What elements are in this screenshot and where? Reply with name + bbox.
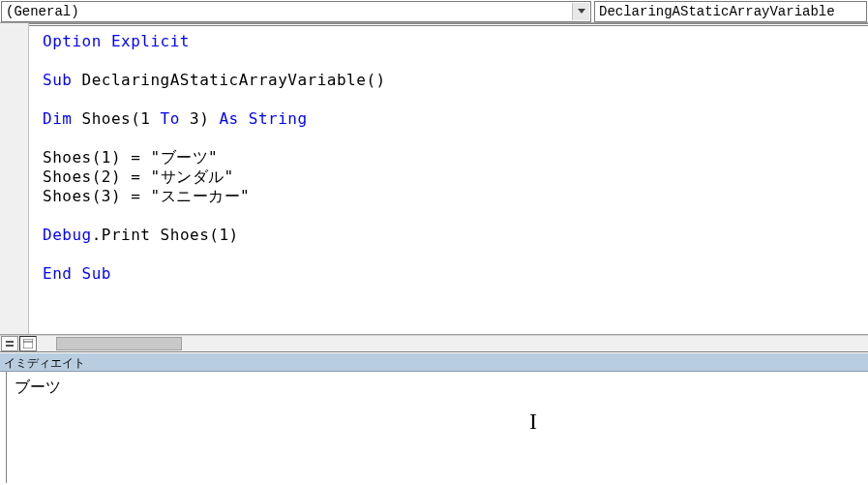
svg-rect-1 <box>6 345 14 347</box>
code-text: 3) <box>190 109 219 128</box>
code-text: Shoes(3) = "スニーカー" <box>43 187 250 205</box>
code-text: Dim <box>43 109 82 128</box>
view-mode-bar <box>0 335 868 352</box>
code-text: .Print <box>92 226 161 244</box>
full-module-view-button[interactable] <box>19 336 37 351</box>
procedure-dropdown[interactable]: DeclaringAStaticArrayVariable <box>594 1 867 22</box>
object-dropdown-value: (General) <box>2 4 79 19</box>
scrollbar-thumb[interactable] <box>56 337 182 350</box>
code-text: Shoes(1 <box>82 109 161 128</box>
horizontal-scrollbar[interactable] <box>39 336 868 351</box>
immediate-title-text: イミディエイト <box>4 357 85 371</box>
code-text: DeclaringAStaticArrayVariable() <box>82 71 386 89</box>
object-dropdown[interactable]: (General) <box>1 1 591 22</box>
code-text: Shoes(1) <box>161 226 239 244</box>
chevron-down-icon[interactable] <box>572 3 589 20</box>
code-pane-wrap: Option Explicit Sub DeclaringAStaticArra… <box>0 23 868 335</box>
object-procedure-bar: (General) DeclaringAStaticArrayVariable <box>0 0 868 23</box>
code-text: As String <box>219 109 307 128</box>
code-text: Shoes(2) = "サンダル" <box>43 167 234 186</box>
code-text: Shoes(1) = "ブーツ" <box>43 148 218 167</box>
procedure-dropdown-value: DeclaringAStaticArrayVariable <box>599 4 835 19</box>
immediate-input[interactable]: ブーツ I <box>6 372 868 483</box>
procedure-view-button[interactable] <box>1 336 18 351</box>
code-text: Option Explicit <box>43 32 190 50</box>
immediate-output-line: ブーツ <box>15 378 860 398</box>
svg-rect-2 <box>23 339 33 349</box>
margin-indicator-bar <box>0 23 29 334</box>
declaration-separator <box>29 25 868 26</box>
code-editor[interactable]: Option Explicit Sub DeclaringAStaticArra… <box>29 23 868 334</box>
immediate-window-title: イミディエイト <box>0 352 868 372</box>
code-text: End Sub <box>43 264 111 283</box>
code-text: Debug <box>43 226 92 244</box>
code-text: To <box>161 109 190 128</box>
text-cursor-icon: I <box>529 409 537 435</box>
code-text: Sub <box>43 71 82 89</box>
immediate-window: ブーツ I <box>0 372 868 483</box>
svg-rect-0 <box>6 341 14 343</box>
